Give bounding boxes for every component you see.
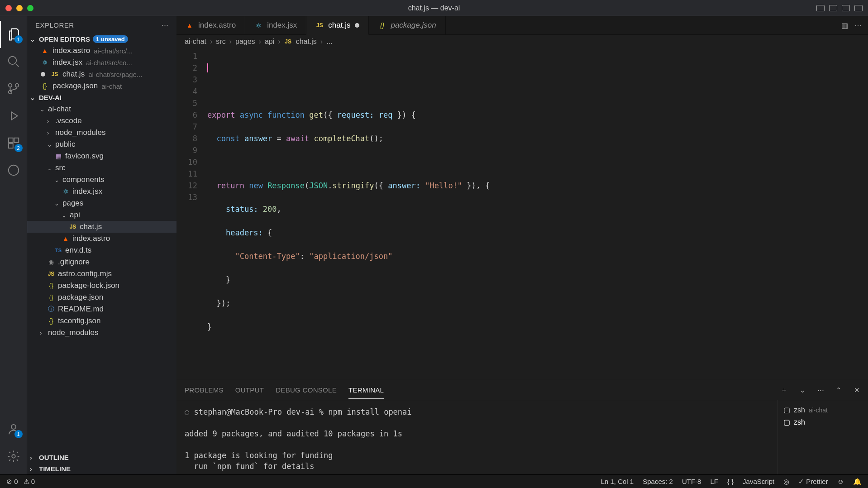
tree-file[interactable]: {}package.json [27, 292, 176, 303]
terminal-output[interactable]: ○ stephan@MacBook-Pro dev-ai % npm insta… [176, 400, 777, 474]
outline-header[interactable]: › OUTLINE [27, 452, 176, 463]
broadcast-icon[interactable]: ◎ [783, 478, 789, 486]
tree-folder[interactable]: ›node_modules [27, 327, 176, 339]
maximize-window-button[interactable] [27, 5, 33, 11]
breadcrumb-part[interactable]: src [216, 38, 225, 46]
activity-scm[interactable] [0, 75, 27, 102]
tree-folder[interactable]: ⌄api [27, 209, 176, 221]
new-terminal-icon[interactable]: ＋ [781, 386, 787, 394]
tree-file[interactable]: ◉.gitignore [27, 256, 176, 268]
project-header[interactable]: ⌄ DEV-AI [27, 92, 176, 103]
layout-toggle-sidebar-icon[interactable] [816, 5, 825, 11]
unsaved-dot-icon[interactable] [355, 23, 359, 28]
code-editor[interactable]: 1 2 3 4 5 6 7 8 9 10 11 12 13 export asy… [176, 48, 868, 380]
tree-file[interactable]: {}package-lock.json [27, 280, 176, 292]
tree-label: favicon.svg [65, 152, 104, 161]
terminal-list-item[interactable]: ▢ zsh ai-chat [783, 404, 863, 416]
tree-file-active[interactable]: JSchat.js [27, 221, 176, 233]
json-icon: {} [47, 317, 55, 325]
breadcrumb-part[interactable]: api [265, 38, 274, 46]
svg-rect-4 [8, 138, 13, 143]
open-editor-item[interactable]: JS chat.js ai-chat/src/page... [27, 68, 176, 80]
tree-label: api [70, 211, 80, 220]
svg-point-1 [8, 84, 12, 87]
split-editor-icon[interactable]: ▥ [841, 21, 848, 30]
panel-tab-output[interactable]: OUTPUT [235, 382, 264, 398]
layout-customize-icon[interactable] [854, 5, 863, 11]
layout-toggle-secondary-icon[interactable] [842, 5, 850, 11]
more-icon[interactable]: ⋯ [817, 386, 824, 394]
activity-account[interactable]: 1 [0, 416, 27, 443]
activity-settings[interactable] [0, 443, 27, 470]
terminal-list-item[interactable]: ▢ zsh [783, 416, 863, 428]
close-panel-icon[interactable]: ✕ [854, 386, 860, 394]
indentation-status[interactable]: Spaces: 2 [643, 478, 673, 485]
breadcrumbs[interactable]: ai-chat› src› pages› api› JS chat.js› ..… [176, 35, 868, 48]
tree-file[interactable]: ⚛index.jsx [27, 186, 176, 197]
activity-debug[interactable] [0, 102, 27, 129]
open-editor-item[interactable]: ▲ index.astro ai-chat/src/... [27, 45, 176, 57]
open-editors-header[interactable]: ⌄ OPEN EDITORS 1 unsaved [27, 33, 176, 45]
search-icon [7, 55, 20, 68]
tree-folder[interactable]: ⌄pages [27, 197, 176, 209]
more-icon[interactable]: ⋯ [854, 21, 862, 30]
breadcrumb-part[interactable]: chat.js [296, 38, 317, 46]
js-icon: JS [51, 71, 59, 77]
open-editor-name: package.json [52, 81, 98, 91]
tree-file[interactable]: ▦favicon.svg [27, 150, 176, 162]
eol-status[interactable]: LF [710, 478, 718, 485]
activity-edge[interactable] [0, 157, 27, 184]
breadcrumb-part[interactable]: ... [326, 38, 332, 46]
js-icon: JS [69, 224, 77, 230]
language-mode[interactable]: JavaScript [743, 478, 774, 485]
tab-package-json[interactable]: {} package.json [369, 16, 445, 34]
tree-folder[interactable]: ⌄ai-chat [27, 103, 176, 115]
tree-folder[interactable]: ›.vscode [27, 115, 176, 127]
panel-tab-debug[interactable]: DEBUG CONSOLE [276, 382, 337, 398]
maximize-panel-icon[interactable]: ⌃ [836, 386, 842, 394]
terminal-split-dropdown-icon[interactable]: ⌄ [800, 386, 806, 394]
tree-folder[interactable]: ›node_modules [27, 127, 176, 139]
panel-tab-problems[interactable]: PROBLEMS [185, 382, 224, 398]
tree-file[interactable]: ⓘREADME.md [27, 303, 176, 315]
open-editor-item[interactable]: {} package.json ai-chat [27, 80, 176, 92]
tree-file[interactable]: JSastro.config.mjs [27, 268, 176, 280]
tree-folder[interactable]: ⌄components [27, 174, 176, 186]
code-content[interactable]: export async function get({ request: req… [204, 48, 868, 380]
tree-file[interactable]: {}tsconfig.json [27, 315, 176, 327]
minimize-window-button[interactable] [16, 5, 23, 11]
tree-folder[interactable]: ⌄public [27, 139, 176, 150]
bell-icon[interactable]: 🔔 [853, 478, 862, 486]
timeline-header[interactable]: › TIMELINE [27, 463, 176, 474]
feedback-icon[interactable]: ☺ [837, 478, 844, 485]
open-editors-label: OPEN EDITORS [39, 35, 90, 43]
layout-toggle-panel-icon[interactable] [829, 5, 837, 11]
tree-file[interactable]: ▲index.astro [27, 233, 176, 244]
chevron-down-icon: ⌄ [47, 165, 52, 172]
breadcrumb-part[interactable]: ai-chat [185, 38, 206, 46]
tab-chat-js[interactable]: JS chat.js [306, 16, 369, 35]
error-count[interactable]: ⊘ 0 [6, 478, 18, 486]
panel-tab-terminal[interactable]: TERMINAL [348, 382, 384, 399]
terminal-name: zsh [794, 406, 805, 414]
account-badge: 1 [14, 430, 23, 438]
prettier-status[interactable]: ✓ Prettier [798, 478, 828, 486]
chevron-down-icon: ⌄ [47, 141, 52, 148]
terminal-list: ▢ zsh ai-chat ▢ zsh [777, 400, 868, 474]
breadcrumb-part[interactable]: pages [235, 38, 255, 46]
warning-count[interactable]: ⚠ 0 [24, 478, 35, 486]
tree-label: components [62, 175, 105, 184]
tree-folder[interactable]: ⌄src [27, 162, 176, 174]
cursor-position[interactable]: Ln 1, Col 1 [601, 478, 634, 485]
activity-extensions[interactable]: 2 [0, 129, 27, 157]
encoding-status[interactable]: UTF-8 [682, 478, 701, 485]
sidebar-more-icon[interactable]: ⋯ [162, 21, 169, 29]
tab-index-astro[interactable]: ▲ index.astro [176, 16, 245, 34]
activity-search[interactable] [0, 48, 27, 75]
activity-explorer[interactable]: 1 [0, 21, 27, 48]
astro-icon: ▲ [62, 235, 70, 242]
close-window-button[interactable] [5, 5, 12, 11]
tree-file[interactable]: TSenv.d.ts [27, 244, 176, 256]
tab-index-jsx[interactable]: ⚛ index.jsx [245, 16, 306, 34]
open-editor-item[interactable]: ⚛ index.jsx ai-chat/src/co... [27, 57, 176, 68]
